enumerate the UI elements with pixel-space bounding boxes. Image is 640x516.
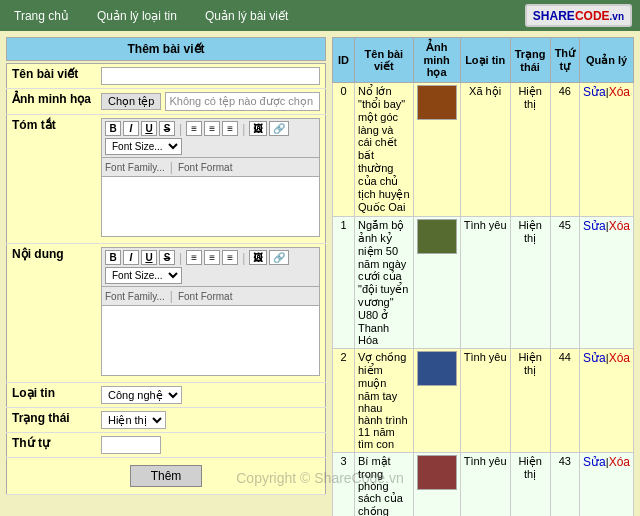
image-thumb bbox=[417, 85, 457, 120]
image-thumb bbox=[417, 455, 457, 490]
input-thu-tu[interactable] bbox=[101, 436, 161, 454]
field-add-btn: Thêm bbox=[7, 458, 326, 495]
form-title: Thêm bài viết bbox=[6, 37, 326, 61]
th-quan-ly: Quản lý bbox=[580, 38, 634, 83]
add-button[interactable]: Thêm bbox=[130, 465, 203, 487]
align-right-2[interactable]: ≡ bbox=[222, 250, 238, 265]
field-thu-tu: Thứ tự bbox=[7, 433, 326, 458]
cell-title: Bí mật trong phòng sách của chồng bbox=[355, 453, 414, 517]
underline-button-2[interactable]: U bbox=[141, 250, 157, 265]
cell-actions: Sửa|Xóa bbox=[580, 453, 634, 517]
cell-img bbox=[413, 349, 460, 453]
cell-img bbox=[413, 217, 460, 349]
link-btn-1[interactable]: 🔗 bbox=[269, 121, 289, 136]
bold-button-2[interactable]: B bbox=[105, 250, 121, 265]
sua-link[interactable]: Sửa bbox=[583, 351, 606, 365]
field-ten-bai-viet: Tên bài viết bbox=[7, 64, 326, 89]
xoa-link[interactable]: Xóa bbox=[609, 455, 630, 469]
sua-link[interactable]: Sửa bbox=[583, 455, 606, 469]
cell-loai-tin: Tình yêu bbox=[460, 453, 510, 517]
field-anh-minh-hoa: Ảnh minh họa Chọn tệp Không có tệp nào đ… bbox=[7, 89, 326, 115]
cell-img bbox=[413, 453, 460, 517]
sua-link[interactable]: Sửa bbox=[583, 85, 606, 99]
font-row-2: Font Family... | Font Format bbox=[101, 287, 320, 306]
bold-button-1[interactable]: B bbox=[105, 121, 121, 136]
cell-thu-tu: 43 bbox=[550, 453, 579, 517]
input-ten-bai-viet[interactable] bbox=[101, 67, 320, 85]
label-thu-tu: Thứ tự bbox=[7, 433, 97, 458]
cell-loai-tin: Tình yêu bbox=[460, 349, 510, 453]
xoa-link[interactable]: Xóa bbox=[609, 85, 630, 99]
cell-img bbox=[413, 83, 460, 217]
file-input-row: Chọn tệp Không có tệp nào được chọn bbox=[101, 92, 320, 111]
th-id: ID bbox=[333, 38, 355, 83]
cell-title: Ngắm bộ ảnh kỷ niệm 50 năm ngày cưới của… bbox=[355, 217, 414, 349]
field-trang-thai: Trạng thái Hiện thị Ẩn bbox=[7, 408, 326, 433]
image-thumb bbox=[417, 219, 457, 254]
cell-id: 3 bbox=[333, 453, 355, 517]
cell-thu-tu: 44 bbox=[550, 349, 579, 453]
th-loai-tin: Loại tin bbox=[460, 38, 510, 83]
left-panel: Thêm bài viết Tên bài viết Ảnh minh họa … bbox=[6, 37, 326, 516]
right-panel: ID Tên bài viết Ảnh minh họa Loại tin Tr… bbox=[332, 37, 634, 516]
cell-actions: Sửa|Xóa bbox=[580, 83, 634, 217]
align-left-2[interactable]: ≡ bbox=[186, 250, 202, 265]
sua-link[interactable]: Sửa bbox=[583, 219, 606, 233]
nav-quan-ly-bai-viet[interactable]: Quản lý bài viết bbox=[199, 7, 294, 25]
align-center-1[interactable]: ≡ bbox=[204, 121, 220, 136]
nav-quan-ly-loai-tin[interactable]: Quản lý loại tin bbox=[91, 7, 183, 25]
img-btn-2[interactable]: 🖼 bbox=[249, 250, 267, 265]
file-placeholder-text: Không có tệp nào được chọn bbox=[165, 92, 320, 111]
strike-button-2[interactable]: S bbox=[159, 250, 175, 265]
label-anh-minh-hoa: Ảnh minh họa bbox=[7, 89, 97, 115]
articles-table: ID Tên bài viết Ảnh minh họa Loại tin Tr… bbox=[332, 37, 634, 516]
cell-trang-thai: Hiện thị bbox=[510, 453, 550, 517]
textarea-tom-tat[interactable] bbox=[101, 177, 320, 237]
table-body: 0Nổ lớn "thổi bay" một góc làng và cái c… bbox=[333, 83, 634, 517]
choose-file-button[interactable]: Chọn tệp bbox=[101, 93, 161, 110]
cell-actions: Sửa|Xóa bbox=[580, 217, 634, 349]
strike-button-1[interactable]: S bbox=[159, 121, 175, 136]
field-noi-dung: Nội dung B I U S | ≡ ≡ ≡ | 🖼 🔗 bbox=[7, 244, 326, 383]
cell-trang-thai: Hiện thị bbox=[510, 349, 550, 453]
th-anh-minh-hoa: Ảnh minh họa bbox=[413, 38, 460, 83]
toolbar-tom-tat: B I U S | ≡ ≡ ≡ | 🖼 🔗 Font Size... bbox=[101, 118, 320, 158]
cell-trang-thai: Hiện thị bbox=[510, 217, 550, 349]
cell-id: 0 bbox=[333, 83, 355, 217]
xoa-link[interactable]: Xóa bbox=[609, 219, 630, 233]
select-loai-tin[interactable]: Công nghệ Xã hội Tình yêu bbox=[101, 386, 182, 404]
font-format-label-1: Font Format bbox=[178, 162, 232, 173]
italic-button-1[interactable]: I bbox=[123, 121, 139, 136]
font-size-select-2[interactable]: Font Size... bbox=[105, 267, 182, 284]
image-thumb bbox=[417, 351, 457, 386]
textarea-noi-dung[interactable] bbox=[101, 306, 320, 376]
font-row-1: Font Family... | Font Format bbox=[101, 158, 320, 177]
main-container: Thêm bài viết Tên bài viết Ảnh minh họa … bbox=[0, 31, 640, 516]
font-format-label-2: Font Format bbox=[178, 291, 232, 302]
align-right-1[interactable]: ≡ bbox=[222, 121, 238, 136]
cell-id: 2 bbox=[333, 349, 355, 453]
xoa-link[interactable]: Xóa bbox=[609, 351, 630, 365]
italic-button-2[interactable]: I bbox=[123, 250, 139, 265]
font-size-select-1[interactable]: Font Size... bbox=[105, 138, 182, 155]
toolbar-noi-dung: B I U S | ≡ ≡ ≡ | 🖼 🔗 Font Size... bbox=[101, 247, 320, 287]
align-center-2[interactable]: ≡ bbox=[204, 250, 220, 265]
cell-thu-tu: 46 bbox=[550, 83, 579, 217]
table-header-row: ID Tên bài viết Ảnh minh họa Loại tin Tr… bbox=[333, 38, 634, 83]
underline-button-1[interactable]: U bbox=[141, 121, 157, 136]
logo: SHARECODE.vn bbox=[525, 4, 632, 27]
table-row: 0Nổ lớn "thổi bay" một góc làng và cái c… bbox=[333, 83, 634, 217]
img-btn-1[interactable]: 🖼 bbox=[249, 121, 267, 136]
select-trang-thai[interactable]: Hiện thị Ẩn bbox=[101, 411, 166, 429]
field-loai-tin: Loại tin Công nghệ Xã hội Tình yêu bbox=[7, 383, 326, 408]
table-row: 1Ngắm bộ ảnh kỷ niệm 50 năm ngày cưới củ… bbox=[333, 217, 634, 349]
label-ten-bai-viet: Tên bài viết bbox=[7, 64, 97, 89]
logo-code: CODE bbox=[575, 9, 610, 23]
cell-title: Vợ chồng hiểm muộn năm tay nhau hành trì… bbox=[355, 349, 414, 453]
link-btn-2[interactable]: 🔗 bbox=[269, 250, 289, 265]
align-left-1[interactable]: ≡ bbox=[186, 121, 202, 136]
nav-trang-chu[interactable]: Trang chủ bbox=[8, 7, 75, 25]
cell-id: 1 bbox=[333, 217, 355, 349]
logo-suffix: .vn bbox=[610, 11, 624, 22]
label-tom-tat: Tóm tắt bbox=[7, 115, 97, 244]
